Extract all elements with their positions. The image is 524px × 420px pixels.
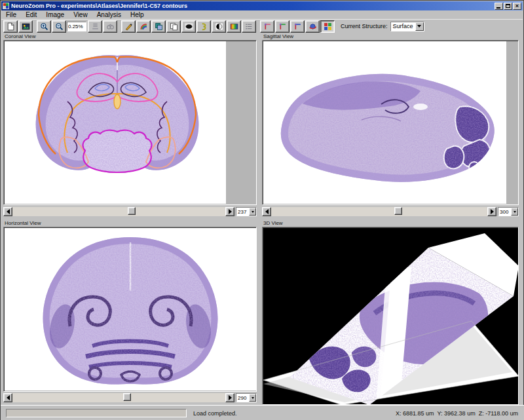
progress-bar xyxy=(6,409,187,417)
new-page-icon xyxy=(7,22,15,31)
sagittal-brain-section xyxy=(263,41,506,205)
color-scale-button[interactable] xyxy=(227,20,241,33)
horizontal-view-label: Horizontal View xyxy=(5,220,41,226)
zoom-in-icon xyxy=(40,22,48,31)
brush-tool-button[interactable] xyxy=(121,20,136,33)
workspace: Coronal View xyxy=(1,33,524,405)
corner-axis-green-icon xyxy=(278,22,287,31)
list-button[interactable] xyxy=(242,20,256,33)
sagittal-view-canvas[interactable] xyxy=(262,40,519,205)
scroll-track[interactable] xyxy=(12,393,225,402)
rainbow-layers-icon xyxy=(140,22,148,31)
contrast-circle-icon xyxy=(215,22,223,31)
image-button[interactable] xyxy=(18,20,33,33)
contrast-button[interactable] xyxy=(212,20,226,33)
dropdown-button[interactable] xyxy=(415,22,424,31)
coronal-image-area xyxy=(5,41,226,204)
stack-button[interactable] xyxy=(151,20,166,33)
dropdown-button[interactable] xyxy=(249,208,256,216)
current-structure-dropdown[interactable]: Surface xyxy=(390,22,424,31)
threed-view-label: 3D View xyxy=(263,220,283,226)
scroll-right-button[interactable] xyxy=(225,207,234,216)
ellipse-tool-button[interactable] xyxy=(181,20,196,33)
dropdown-button[interactable] xyxy=(249,394,256,402)
sagittal-slice-combobox[interactable]: 300 xyxy=(498,207,519,216)
rotate-3d-button[interactable] xyxy=(305,20,320,33)
scroll-thumb[interactable] xyxy=(123,393,131,401)
corner-axis-blue-icon xyxy=(293,22,302,31)
scroll-track[interactable] xyxy=(271,207,487,216)
quad-view-button[interactable] xyxy=(320,20,335,33)
arrow-left-icon xyxy=(265,209,269,214)
threed-scene xyxy=(263,228,519,405)
horizontal-view-canvas[interactable] xyxy=(3,227,257,392)
image-icon xyxy=(22,22,30,31)
menubar: File Edit Image View Analysis Help xyxy=(1,10,523,19)
horizontal-image-area xyxy=(5,228,257,391)
scroll-track[interactable] xyxy=(12,207,225,216)
scroll-left-button[interactable] xyxy=(262,207,271,216)
horizontal-axis-button[interactable] xyxy=(290,20,305,33)
minimize-button[interactable] xyxy=(495,3,503,10)
sagittal-view-label: Sagittal View xyxy=(263,33,293,39)
menu-image[interactable]: Image xyxy=(41,10,69,19)
menu-help[interactable]: Help xyxy=(126,10,149,19)
menu-view[interactable]: View xyxy=(69,10,92,19)
coronal-slice-combobox[interactable]: 237 xyxy=(236,207,257,216)
new-file-button[interactable] xyxy=(3,20,18,33)
arrow-left-icon xyxy=(7,209,10,214)
maximize-icon xyxy=(506,4,510,8)
horizontal-brain-section xyxy=(5,228,257,392)
copy-pages-icon xyxy=(170,22,178,31)
current-structure-label: Current Structure: xyxy=(341,23,388,29)
app-icon xyxy=(3,3,9,9)
stamp-tool-button[interactable] xyxy=(88,20,102,33)
chevron-down-icon xyxy=(417,25,421,28)
horizontal-slice-value: 290 xyxy=(236,395,249,401)
menu-edit[interactable]: Edit xyxy=(21,10,41,19)
window-title: NeuroZoom Pro - experiments\Atlases\Jenn… xyxy=(11,3,494,9)
statusbar: Load completed. X: 6881.85 um Y: 3962.38… xyxy=(1,405,524,420)
binoculars-tool-button[interactable] xyxy=(103,20,117,33)
zoom-level-input[interactable] xyxy=(67,22,86,31)
close-button[interactable]: × xyxy=(513,3,521,10)
rotate-3d-icon xyxy=(309,22,317,31)
coronal-axis-button[interactable] xyxy=(260,20,274,33)
toolbar: Current Structure: Surface xyxy=(1,19,523,33)
titlebar[interactable]: NeuroZoom Pro - experiments\Atlases\Jenn… xyxy=(1,1,523,10)
scroll-right-button[interactable] xyxy=(487,207,496,216)
sagittal-hscrollbar[interactable] xyxy=(262,207,496,216)
current-structure-value: Surface xyxy=(391,23,415,29)
maximize-button[interactable] xyxy=(504,3,512,10)
copy-pages-button[interactable] xyxy=(166,20,181,33)
chevron-down-icon xyxy=(514,211,516,213)
stamp-icon xyxy=(91,22,100,31)
coronal-view-canvas[interactable] xyxy=(3,40,257,205)
curve-tool-button[interactable] xyxy=(196,20,211,33)
arrow-left-icon xyxy=(7,395,10,400)
scroll-right-button[interactable] xyxy=(225,393,234,402)
status-message: Load completed. xyxy=(193,410,237,417)
scroll-thumb[interactable] xyxy=(394,207,402,215)
horizontal-hscrollbar[interactable] xyxy=(3,393,234,402)
minimize-icon xyxy=(496,7,500,9)
coronal-slice-value: 237 xyxy=(236,209,249,215)
arrow-right-icon xyxy=(229,209,232,214)
sagittal-axis-button[interactable] xyxy=(275,20,290,33)
threed-view-canvas[interactable] xyxy=(262,227,519,405)
sagittal-image-area xyxy=(263,41,506,204)
scroll-left-button[interactable] xyxy=(3,393,12,402)
contour-layers-button[interactable] xyxy=(136,20,151,33)
zoom-in-button[interactable] xyxy=(37,20,51,33)
close-icon: × xyxy=(515,3,519,9)
dropdown-button[interactable] xyxy=(511,208,518,216)
horizontal-slice-combobox[interactable]: 290 xyxy=(236,393,257,402)
scroll-left-button[interactable] xyxy=(3,207,12,216)
coronal-hscrollbar[interactable] xyxy=(3,207,234,216)
scroll-thumb[interactable] xyxy=(128,207,136,215)
menu-file[interactable]: File xyxy=(1,10,21,19)
brush-icon xyxy=(124,22,133,31)
zoom-out-button[interactable] xyxy=(52,20,66,33)
menu-analysis[interactable]: Analysis xyxy=(92,10,126,19)
chevron-down-icon xyxy=(252,397,254,399)
